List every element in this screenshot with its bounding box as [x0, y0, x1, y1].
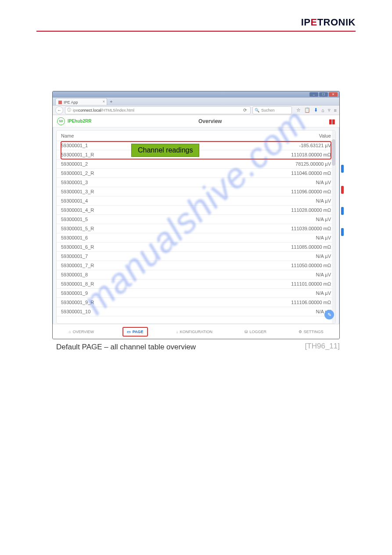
table-header-value: Value [319, 133, 331, 138]
browser-toolbar: ← ⓘ ipeconnect.local/HTML5/index.html ⟳ … [53, 105, 339, 115]
browser-tab[interactable]: IPE App × [55, 98, 107, 105]
device-indicator[interactable]: SD IPEhub2RR [57, 117, 91, 125]
toolbar-icons: ☆ 📋 ⬇ ⌂ ▿ ≡ [294, 107, 337, 113]
app-header: SD IPEhub2RR Overview ▮▮ [53, 115, 339, 127]
edge-nub-icon [341, 207, 344, 215]
window-maximize-button[interactable]: ☐ [319, 92, 328, 97]
nav-settings[interactable]: ⚙ SETTINGS [295, 328, 327, 336]
table-row[interactable]: 59300001_4_R111028.00000 mΩ [57, 206, 335, 215]
app-title: Overview [198, 118, 222, 124]
embedded-screenshot: – ☐ ✕ IPE App × + ← ⓘ ipeconnect.local/H… [52, 91, 340, 339]
table-row[interactable]: 59300001_6_R111085.00000 mΩ [57, 243, 335, 252]
tab-close-icon[interactable]: × [103, 99, 105, 104]
nav-page[interactable]: ▭ PAGE [122, 327, 148, 337]
page-icon: ▭ [127, 330, 131, 334]
table-row[interactable]: 59300001_3_R111096.00000 mΩ [57, 187, 335, 196]
gear-icon: ⚙ [298, 330, 302, 334]
window-titlebar: – ☐ ✕ [53, 91, 339, 98]
table-row[interactable]: 59300001_5_R111039.00000 mΩ [57, 224, 335, 233]
bottom-nav: ⌂ OVERVIEW ▭ PAGE ↓ KONFIGURATION ⛁ LOGG… [53, 324, 339, 339]
table-row[interactable]: 59300001_8_R111101.00000 mΩ [57, 279, 335, 289]
new-tab-button[interactable]: + [110, 99, 112, 105]
database-icon: ⛁ [245, 330, 248, 334]
nav-konfiguration[interactable]: ↓ KONFIGURATION [173, 328, 216, 336]
edge-nub-icon [341, 228, 344, 236]
nav-overview[interactable]: ⌂ OVERVIEW [65, 328, 97, 336]
table-row[interactable]: 59300001_2_R111046.00000 mΩ [57, 169, 335, 178]
scrollbar[interactable] [332, 131, 335, 323]
device-name: IPEhub2RR [68, 119, 91, 123]
clipboard-icon[interactable]: 📋 [304, 107, 310, 113]
search-box[interactable]: 🔍 Suchen [252, 106, 292, 114]
back-button[interactable]: ← [55, 106, 63, 114]
channel-table: Name Value 59300001_1-185.63121 µV 59300… [56, 130, 336, 324]
url-text: ipeconnect.local/HTML5/index.html [73, 108, 134, 112]
brand-e: E [310, 17, 317, 28]
address-bar[interactable]: ⓘ ipeconnect.local/HTML5/index.html ⟳ [65, 106, 251, 114]
table-row[interactable]: 59300001_3N/A µV [57, 178, 335, 187]
download-icon: ↓ [176, 330, 178, 334]
table-row[interactable]: 59300001_7N/A µV [57, 252, 335, 261]
figure-reference: [TH96_11] [305, 342, 340, 351]
nav-logger[interactable]: ⛁ LOGGER [241, 328, 270, 336]
table-row[interactable]: 59300001_6N/A µV [57, 233, 335, 243]
insecure-icon: ⓘ [67, 107, 71, 113]
browser-tabstrip: IPE App × + [53, 98, 339, 105]
search-placeholder: Suchen [261, 108, 275, 112]
table-row[interactable]: 59300001_4N/A µV [57, 196, 335, 206]
search-icon: 🔍 [255, 108, 259, 112]
table-row[interactable]: 59300001_10N/A µV [57, 307, 335, 316]
figure-caption: Default PAGE – all channel table overvie… [56, 343, 196, 352]
pause-icon[interactable]: ▮▮ [329, 118, 335, 125]
table-row[interactable]: 59300001_5N/A µV [57, 215, 335, 224]
callout-label: Channel readings [131, 144, 199, 157]
table-row[interactable]: 59300001_8N/A µV [57, 270, 335, 279]
bookmark-icon[interactable]: ☆ [296, 107, 301, 113]
tab-favicon-icon [58, 101, 62, 104]
pocket-icon[interactable]: ▿ [328, 107, 331, 113]
table-header-row: Name Value [57, 131, 335, 141]
home-icon: ⌂ [68, 330, 71, 334]
brand-logo: IPETRONIK [301, 17, 356, 28]
table-row[interactable]: 59300001_9_R111106.00000 mΩ [57, 298, 335, 307]
reload-icon[interactable]: ⟳ [241, 108, 248, 112]
window-close-button[interactable]: ✕ [329, 92, 338, 97]
brand-ip: IP [301, 17, 311, 28]
home-icon[interactable]: ⌂ [321, 108, 324, 113]
table-row[interactable]: 59300001_7_R111050.00000 mΩ [57, 261, 335, 270]
table-row[interactable]: 59300001_278125.00000 µV [57, 160, 335, 169]
floating-action-button[interactable]: ✎ [324, 310, 334, 319]
scrollbar-thumb[interactable] [332, 139, 335, 166]
edge-nub-icon [341, 165, 344, 173]
download-icon[interactable]: ⬇ [314, 107, 318, 113]
table-row[interactable]: 59300001_9N/A µV [57, 289, 335, 298]
sd-badge-icon: SD [57, 117, 65, 125]
edge-nub-icon [341, 186, 344, 194]
page-header: IPETRONIK [36, 17, 356, 32]
edge-decorations [341, 165, 344, 249]
menu-icon[interactable]: ≡ [334, 108, 337, 113]
tab-title: IPE App [64, 100, 78, 105]
brand-tronik: TRONIK [317, 17, 356, 28]
table-header-name: Name [61, 133, 74, 138]
window-minimize-button[interactable]: – [309, 92, 318, 97]
